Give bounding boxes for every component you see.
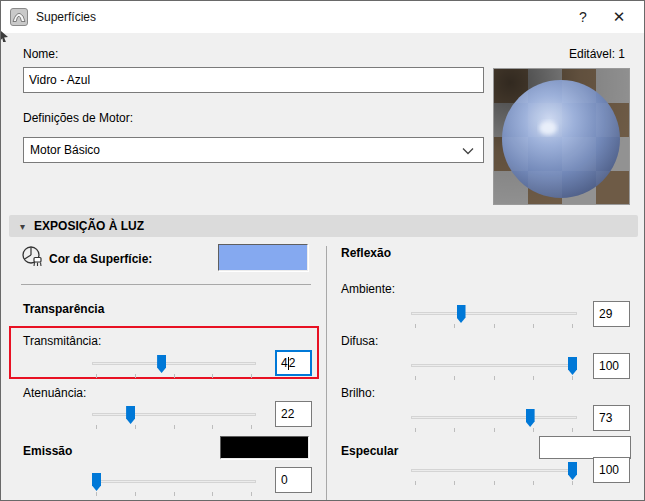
material-preview-sphere-image: [494, 69, 629, 204]
slider-ticks: [415, 428, 573, 432]
specular-color-swatch[interactable]: [539, 436, 631, 459]
specular-slider[interactable]: [411, 461, 577, 487]
transmittance-slider[interactable]: [92, 354, 256, 380]
slider-ticks: [96, 492, 252, 496]
section-title: EXPOSIÇÃO À LUZ: [34, 219, 144, 233]
transmittance-value-input[interactable]: 42: [275, 350, 312, 376]
emission-title: Emissão: [23, 444, 72, 458]
emission-slider[interactable]: [92, 472, 256, 498]
surface-color-icon: [21, 245, 45, 269]
slider-track: [92, 480, 256, 483]
material-preview: [493, 68, 630, 205]
surface-color-swatch[interactable]: [218, 244, 308, 271]
ambient-slider[interactable]: [411, 304, 577, 330]
engine-dropdown[interactable]: Motor Básico: [23, 137, 484, 163]
transparency-title: Transparência: [23, 302, 104, 316]
slider-track: [411, 312, 577, 315]
editable-count: Editável: 1: [569, 47, 625, 61]
specular-value-input[interactable]: 100: [593, 457, 630, 483]
attenuation-value-input[interactable]: 22: [275, 401, 312, 427]
emission-color-swatch[interactable]: [220, 436, 309, 459]
slider-thumb[interactable]: [126, 406, 135, 424]
slider-ticks: [415, 324, 573, 328]
section-exposicao-a-luz[interactable]: ▾ EXPOSIÇÃO À LUZ: [9, 215, 638, 237]
specular-title: Especular: [341, 444, 398, 458]
engine-dropdown-value: Motor Básico: [30, 143, 100, 157]
attenuation-slider[interactable]: [92, 405, 256, 431]
column-divider: [326, 246, 327, 501]
help-button[interactable]: ?: [566, 1, 600, 33]
collapse-triangle-icon: ▾: [20, 221, 25, 232]
slider-track: [411, 416, 577, 419]
slider-ticks: [96, 374, 252, 378]
emission-value-input[interactable]: 0: [275, 467, 312, 493]
slider-thumb[interactable]: [568, 462, 577, 480]
engine-label: Definições de Motor:: [23, 111, 133, 125]
shine-label: Brilho:: [341, 386, 375, 400]
chevron-down-icon: [462, 147, 474, 155]
window-title: Superfícies: [36, 10, 96, 24]
name-label: Nome:: [23, 47, 58, 61]
slider-track: [411, 364, 577, 367]
app-icon: [10, 8, 28, 26]
ambient-value-input[interactable]: 29: [593, 301, 630, 327]
slider-ticks: [415, 481, 573, 485]
surface-color-label: Cor da Superfície:: [49, 252, 152, 266]
slider-thumb[interactable]: [92, 473, 101, 491]
slider-thumb[interactable]: [526, 409, 535, 427]
slider-track: [92, 362, 256, 365]
shine-slider[interactable]: [411, 408, 577, 434]
diffuse-value-input[interactable]: 100: [593, 353, 630, 379]
slider-thumb[interactable]: [457, 305, 466, 323]
title-bar: Superfícies ? ✕: [1, 1, 644, 33]
reflection-title: Reflexão: [341, 246, 391, 260]
attenuation-label: Atenuância:: [23, 386, 86, 400]
slider-ticks: [415, 376, 573, 380]
diffuse-label: Difusa:: [341, 334, 378, 348]
slider-track: [92, 413, 256, 416]
ambient-label: Ambiente:: [341, 282, 395, 296]
diffuse-slider[interactable]: [411, 356, 577, 382]
close-button[interactable]: ✕: [602, 1, 636, 33]
transmittance-label: Transmitância:: [23, 334, 101, 348]
slider-track: [411, 469, 577, 472]
slider-thumb[interactable]: [157, 355, 166, 373]
name-input[interactable]: [23, 67, 484, 93]
shine-value-input[interactable]: 73: [593, 405, 630, 431]
separator-line: [21, 284, 311, 285]
slider-thumb[interactable]: [568, 357, 577, 375]
slider-ticks: [96, 425, 252, 429]
surfaces-dialog: Superfícies ? ✕ Nome: Editável: 1 Defini…: [0, 0, 645, 501]
